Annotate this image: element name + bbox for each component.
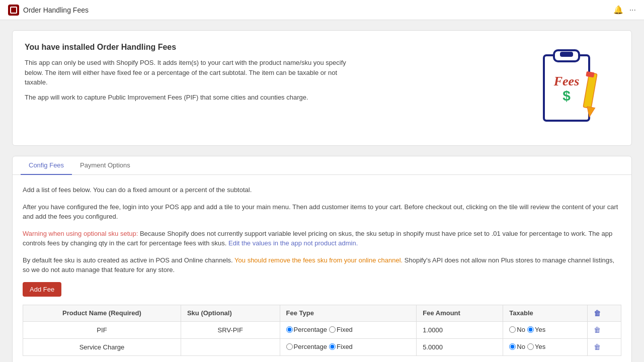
- no-label[interactable]: No: [509, 343, 525, 350]
- fixed-radio[interactable]: [329, 343, 336, 350]
- col-header-taxable: Taxable: [503, 305, 587, 321]
- svg-text:Fees: Fees: [553, 74, 580, 88]
- channel-text: By default fee sku is auto created as ac…: [23, 256, 233, 264]
- info-text: You have installed Order Handling Fees T…: [25, 43, 347, 107]
- percentage-label[interactable]: Percentage: [286, 343, 328, 350]
- taxable-cell: No Yes: [503, 338, 587, 355]
- more-icon[interactable]: ···: [629, 6, 636, 15]
- no-label[interactable]: No: [509, 326, 525, 333]
- yes-radio[interactable]: [527, 343, 534, 350]
- yes-radio[interactable]: [527, 326, 534, 333]
- product-name-cell: Service Charge: [23, 338, 181, 355]
- fee-type-radio-group: Percentage Fixed: [286, 343, 353, 350]
- delete-cell: 🗑: [587, 321, 621, 338]
- delete-row-icon[interactable]: 🗑: [594, 326, 601, 334]
- info-para-2: The app will work to capture Public Impr…: [25, 93, 347, 103]
- top-bar: Order Handling Fees 🔔 ···: [0, 0, 644, 20]
- tab-config-fees-content: Add a list of fees below. You can do a f…: [13, 175, 631, 362]
- percentage-label[interactable]: Percentage: [286, 326, 328, 333]
- tabs-container: Config Fees Payment Options Add a list o…: [12, 156, 632, 362]
- top-bar-right: 🔔 ···: [613, 5, 636, 15]
- desc-1: Add a list of fees below. You can do a f…: [23, 185, 621, 195]
- tabs-header: Config Fees Payment Options: [13, 156, 631, 175]
- app-icon: [8, 5, 19, 16]
- delete-cell: 🗑: [587, 338, 621, 355]
- fee-table: Product Name (Required) Sku (Optional) F…: [23, 305, 621, 356]
- info-title: You have installed Order Handling Fees: [25, 43, 347, 52]
- app-icon-inner: [10, 7, 17, 14]
- info-illustration: Fees $: [529, 43, 619, 133]
- taxable-radio-group: No Yes: [509, 326, 545, 333]
- percentage-radio[interactable]: [286, 343, 293, 350]
- fee-amount-cell: 5.0000: [417, 338, 503, 355]
- fee-type-cell: Percentage Fixed: [280, 321, 417, 338]
- page-title: Order Handling Fees: [23, 6, 89, 14]
- col-header-sku: Sku (Optional): [181, 305, 280, 321]
- svg-text:$: $: [562, 88, 571, 104]
- info-para-1: This app can only be used with Shopify P…: [25, 58, 347, 87]
- fixed-radio[interactable]: [329, 326, 336, 333]
- col-header-fee-amount: Fee Amount: [417, 305, 503, 321]
- percentage-radio[interactable]: [286, 326, 293, 333]
- fee-type-radio-group: Percentage Fixed: [286, 326, 353, 333]
- desc-2: After you have configured the fee, login…: [23, 202, 621, 222]
- taxable-cell: No Yes: [503, 321, 587, 338]
- header-delete-icon[interactable]: 🗑: [594, 309, 601, 317]
- table-row: PIF SRV-PIF Percentage Fixed: [23, 321, 621, 338]
- fee-type-cell: Percentage Fixed: [280, 338, 417, 355]
- fixed-label[interactable]: Fixed: [329, 343, 353, 350]
- warning-prefix: Warning when using optional sku setup:: [23, 230, 138, 237]
- no-radio[interactable]: [509, 343, 516, 350]
- fees-illustration: Fees $: [539, 43, 609, 133]
- warning-block: Warning when using optional sku setup: B…: [23, 229, 621, 248]
- col-header-delete: 🗑: [587, 305, 621, 321]
- fee-amount-cell: 1.0000: [417, 321, 503, 338]
- top-bar-left: Order Handling Fees: [8, 5, 89, 16]
- tab-payment-options[interactable]: Payment Options: [72, 156, 138, 175]
- delete-row-icon[interactable]: 🗑: [594, 343, 601, 351]
- yes-label[interactable]: Yes: [527, 326, 545, 333]
- tab-config-fees[interactable]: Config Fees: [21, 156, 72, 175]
- yes-label[interactable]: Yes: [527, 343, 545, 350]
- no-radio[interactable]: [509, 326, 516, 333]
- fixed-label[interactable]: Fixed: [329, 326, 353, 333]
- channel-warning: You should remove the fees sku from your…: [234, 256, 403, 264]
- product-name-cell: PIF: [23, 321, 181, 338]
- info-card: You have installed Order Handling Fees T…: [12, 30, 632, 146]
- channel-block: By default fee sku is auto created as ac…: [23, 255, 621, 275]
- add-fee-button[interactable]: Add Fee: [23, 282, 61, 297]
- col-header-product-name: Product Name (Required): [23, 305, 181, 321]
- sku-cell: SRV-PIF: [181, 321, 280, 338]
- bell-icon[interactable]: 🔔: [613, 5, 623, 15]
- svg-rect-2: [560, 52, 573, 57]
- table-row: Service Charge Percentage Fixed: [23, 338, 621, 355]
- taxable-radio-group: No Yes: [509, 343, 545, 350]
- col-header-fee-type: Fee Type: [280, 305, 417, 321]
- warning-link[interactable]: Edit the values in the app not product a…: [228, 239, 358, 247]
- sku-cell: [181, 338, 280, 355]
- main-content: You have installed Order Handling Fees T…: [0, 20, 644, 362]
